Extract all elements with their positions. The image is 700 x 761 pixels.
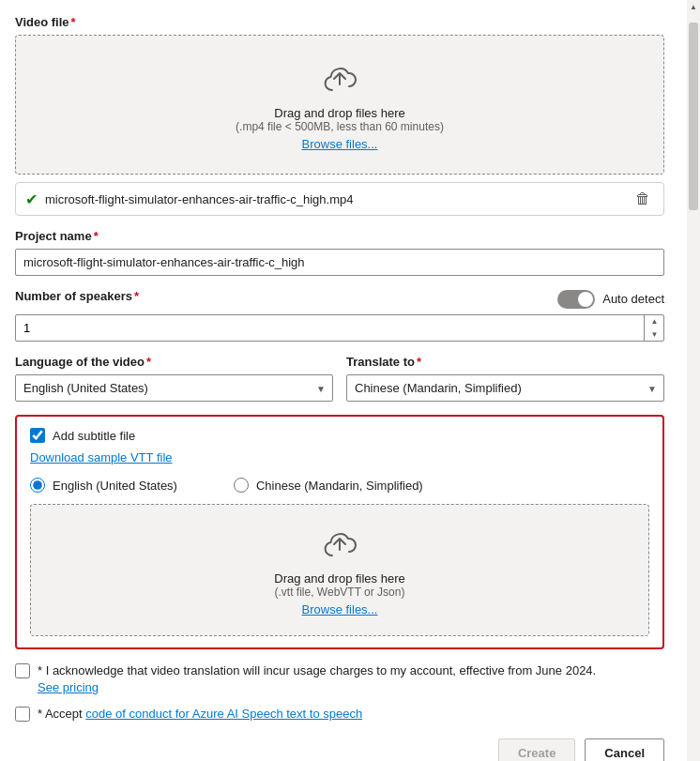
ack-text-1: * I acknowledge that video translation w… [38,662,596,696]
see-pricing-link[interactable]: See pricing [38,680,99,694]
language-select[interactable]: English (United States) [15,374,333,402]
speakers-section: Number of speakers* Auto detect ▲ ▼ [15,289,664,342]
language-label: Language of the video* [15,355,333,369]
upload-cloud-icon [321,58,358,99]
cancel-button[interactable]: Cancel [585,738,664,761]
project-name-label: Project name* [15,229,664,243]
subtitle-upload-zone[interactable]: Drag and drop files here (.vtt file, Web… [30,504,649,636]
translate-to-section: Translate to* Chinese (Mandarin, Simplif… [346,355,664,402]
add-subtitle-label[interactable]: Add subtitle file [53,429,135,443]
ack-checkbox-2[interactable] [15,707,30,722]
auto-detect-toggle[interactable]: Auto detect [557,290,664,309]
translate-select-wrap: Chinese (Mandarin, Simplified) ▼ [346,374,664,402]
download-sample-vtt-link[interactable]: Download sample VTT file [30,450,173,464]
video-upload-zone[interactable]: Drag and drop files here (.mp4 file < 50… [15,35,664,175]
uploaded-file-row: ✔ microsoft-flight-simulator-enhances-ai… [15,182,664,216]
file-delete-icon[interactable]: 🗑 [632,189,654,209]
project-name-input[interactable] [15,249,664,276]
language-section: Language of the video* English (United S… [15,355,333,402]
speakers-label: Number of speakers* [15,289,139,303]
subtitle-upload-cloud-icon [321,524,358,564]
scrollbar-track[interactable] [687,13,700,761]
toggle-knob [578,292,593,307]
radio-english-label[interactable]: English (United States) [53,479,177,493]
radio-chinese-input[interactable] [234,478,249,493]
add-subtitle-checkbox[interactable] [30,428,45,443]
scroll-up-arrow[interactable]: ▲ [687,0,700,13]
footer-buttons: Create Cancel [15,738,664,761]
upload-hint-text: (.mp4 file < 500MB, less than 60 minutes… [236,120,444,133]
ack-checkbox-1[interactable] [15,663,30,678]
auto-detect-label: Auto detect [602,292,664,306]
spinner-down[interactable]: ▼ [645,328,664,342]
ack-row-2: * Accept code of conduct for Azure AI Sp… [15,706,664,723]
language-translate-row: Language of the video* English (United S… [15,355,664,402]
radio-chinese[interactable]: Chinese (Mandarin, Simplified) [234,478,423,493]
scrollbar[interactable]: ▲ ▼ [687,0,700,761]
auto-detect-switch[interactable] [557,290,595,309]
radio-chinese-label[interactable]: Chinese (Mandarin, Simplified) [256,479,423,493]
language-select-wrap: English (United States) ▼ [15,374,333,402]
subtitle-upload-hint-text: (.vtt file, WebVTT or Json) [275,586,405,599]
subtitle-browse-files-link[interactable]: Browse files... [302,602,378,616]
browse-files-link[interactable]: Browse files... [302,137,378,151]
spinner-up[interactable]: ▲ [645,314,664,328]
video-file-label: Video file* [15,15,664,29]
translate-to-label: Translate to* [346,355,664,369]
uploaded-file-name: microsoft-flight-simulator-enhances-air-… [45,192,624,206]
spinner-buttons[interactable]: ▲ ▼ [644,314,664,342]
radio-english-input[interactable] [30,478,45,493]
create-button[interactable]: Create [498,738,575,761]
upload-main-text: Drag and drop files here [274,106,404,120]
ack-text-2: * Accept code of conduct for Azure AI Sp… [38,706,362,723]
file-check-icon: ✔ [25,190,38,208]
project-name-section: Project name* [15,229,664,276]
ack-row-1: * I acknowledge that video translation w… [15,662,664,696]
subtitle-section: Add subtitle file Download sample VTT fi… [15,415,664,649]
speakers-input-wrap: ▲ ▼ [15,314,664,342]
radio-english[interactable]: English (United States) [30,478,177,493]
scrollbar-thumb[interactable] [689,23,698,210]
subtitle-upload-main-text: Drag and drop files here [274,571,404,586]
code-of-conduct-link[interactable]: code of conduct for Azure AI Speech text… [85,707,362,721]
translate-select[interactable]: Chinese (Mandarin, Simplified) [346,374,664,402]
video-file-section: Video file* Drag and drop files here (.m… [15,15,664,216]
subtitle-language-row: English (United States) Chinese (Mandari… [30,478,649,493]
speakers-input[interactable] [15,314,664,342]
add-subtitle-row: Add subtitle file [30,428,649,443]
